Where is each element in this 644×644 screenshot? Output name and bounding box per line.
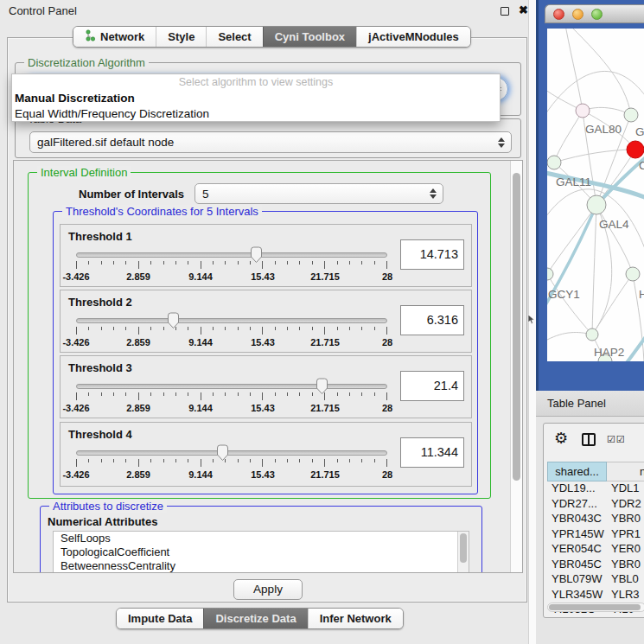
node-red (627, 141, 644, 158)
node-label: GAL4 (599, 218, 629, 231)
table-header-row: shared... na (547, 462, 644, 481)
slider-tick-labels: -3.4262.8599.14415.4321.71528 (76, 337, 387, 349)
node-right (626, 267, 640, 281)
dropdown-item-manual-discretization[interactable]: Manual Discretization (12, 91, 500, 106)
slider-ticks (76, 261, 387, 270)
scrollbar-thumb[interactable] (513, 173, 520, 481)
thresholds-group-title: Threshold's Coordinates for 5 Intervals (62, 205, 262, 218)
scrollbar-thumb[interactable] (549, 604, 641, 610)
slider-ticks (76, 459, 387, 468)
tab-network[interactable]: Network (73, 27, 156, 47)
float-window-icon[interactable] (501, 7, 509, 16)
table-row[interactable]: YDL19...YDL1 (547, 481, 644, 497)
combo-arrows-icon (430, 188, 437, 199)
list-item[interactable]: SelfLoops (54, 532, 469, 545)
threshold-1-box: Threshold 1 -3.4262.8599.14415.4321.7152… (60, 224, 472, 287)
table-panel-header: Table Panel (536, 391, 644, 417)
numerical-attributes-label: Numerical Attributes (48, 515, 157, 528)
list-item[interactable]: BetweennessCentrality (54, 559, 469, 573)
slider-tick-labels: -3.4262.8599.14415.4321.71528 (76, 271, 387, 284)
node-gal80 (576, 104, 590, 118)
table-data-group: Table Data galFiltered.sif default node (15, 118, 521, 158)
column-header-name[interactable]: na (607, 462, 644, 481)
node-gcy1 (547, 268, 553, 280)
close-icon[interactable]: ✖ (519, 3, 528, 16)
slider-ticks (76, 392, 387, 401)
threshold-4-value-field[interactable]: 11.344 (400, 437, 464, 468)
scrollbar-thumb[interactable] (460, 533, 467, 563)
threshold-1-value-field[interactable]: 14.713 (400, 239, 464, 270)
threshold-3-slider[interactable]: -3.4262.8599.14415.4321.71528 (76, 378, 387, 418)
node-label: H (639, 288, 644, 301)
attributes-group: Attributes to discretize Numerical Attri… (40, 506, 482, 573)
threshold-3-value-field[interactable]: 21.4 (400, 371, 464, 401)
threshold-4-slider[interactable]: -3.4262.8599.14415.4321.71528 (76, 444, 387, 484)
slider-tick-labels: -3.4262.8599.14415.4321.71528 (76, 403, 387, 415)
node-label: GCY1 (548, 288, 580, 301)
network-window-titlebar[interactable] (545, 4, 644, 23)
threshold-1-label: Threshold 1 (68, 230, 132, 243)
algorithm-dropdown-popup: Select algorithm to view settings Manual… (11, 73, 501, 122)
column-header-shared-name[interactable]: shared... (547, 462, 607, 481)
thresholds-group: Threshold's Coordinates for 5 Intervals … (53, 211, 478, 494)
interval-definition-group: Interval Definition Number of Intervals … (28, 172, 491, 499)
slider-tick-labels: -3.4262.8599.14415.4321.71528 (76, 469, 387, 481)
node-label: GAL80 (585, 123, 622, 136)
node-gal4 (587, 195, 606, 214)
columns-icon[interactable] (582, 433, 596, 446)
table-row[interactable]: YDR27...YDR2 (547, 497, 644, 513)
numerical-attributes-list[interactable]: SelfLoops TopologicalCoefficient Between… (53, 531, 469, 573)
minimize-traffic-light-icon[interactable] (572, 9, 583, 20)
settings-scroll-panel: Interval Definition Number of Intervals … (13, 160, 523, 573)
table-row[interactable]: YBL079WYBL0 (547, 572, 644, 588)
mouse-cursor (527, 313, 535, 328)
table-row[interactable]: YLR345WYLR3 (547, 588, 644, 603)
table-row[interactable]: YBR045CYBR0 (547, 558, 644, 573)
tab-impute-data[interactable]: Impute Data (117, 609, 203, 628)
table-panel-title: Table Panel (547, 397, 606, 410)
tab-cyni-toolbox[interactable]: Cyni Toolbox (263, 27, 356, 47)
network-canvas[interactable]: GAL80 GA C GAL11 GAL4 GCY1 H HAP2 (547, 29, 644, 361)
threshold-1-slider[interactable]: -3.4262.8599.14415.4321.71528 (76, 246, 387, 286)
table-horizontal-scrollbar[interactable] (547, 603, 644, 612)
table-row[interactable]: YBR043CYBR0 (547, 512, 644, 527)
network-graph: GAL80 GA C GAL11 GAL4 GCY1 H HAP2 (547, 29, 644, 361)
cyni-toolbox-panel: Discretization Algorithm Select algorith… (7, 37, 527, 603)
apply-button[interactable]: Apply (233, 579, 303, 600)
number-of-intervals-combobox[interactable]: 5 (194, 183, 443, 204)
control-panel: Control Panel ✖ Network Style Select Cyn… (0, 0, 536, 644)
tab-style[interactable]: Style (156, 27, 206, 47)
list-item[interactable]: TopologicalCoefficient (54, 545, 469, 559)
close-traffic-light-icon[interactable] (553, 9, 564, 20)
dropdown-item-equal-width[interactable]: Equal Width/Frequency Discretization (12, 106, 500, 122)
attributes-scrollbar[interactable] (457, 532, 469, 573)
settings-vertical-scrollbar[interactable] (510, 161, 522, 572)
node-label: GA (635, 125, 644, 138)
table-panel-area: ⚙ ☑☑ shared... na YDL19...YDL1 YDR27...Y… (536, 417, 644, 644)
gear-icon[interactable]: ⚙ (554, 429, 568, 448)
discretization-algorithm-title: Discretization Algorithm (24, 56, 149, 69)
zoom-traffic-light-icon[interactable] (591, 9, 603, 20)
attributes-group-title: Attributes to discretize (49, 500, 167, 513)
slider-track[interactable] (76, 384, 387, 389)
slider-track[interactable] (76, 318, 387, 323)
table-row[interactable]: YPR145WYPR1 (547, 527, 644, 543)
threshold-2-value-field[interactable]: 6.316 (400, 305, 464, 335)
interval-definition-title: Interval Definition (37, 166, 131, 179)
node-partial-top (624, 108, 638, 122)
select-all-checkboxes-icon[interactable]: ☑☑ (607, 434, 626, 445)
threshold-3-label: Threshold 3 (68, 361, 132, 374)
table-data-value: galFiltered.sif default node (37, 136, 174, 149)
slider-track[interactable] (76, 450, 387, 456)
tab-select[interactable]: Select (206, 27, 262, 47)
slider-track[interactable] (76, 252, 387, 258)
threshold-2-slider[interactable]: -3.4262.8599.14415.4321.71528 (76, 312, 387, 352)
combo-arrows-icon (498, 137, 505, 148)
network-icon (85, 29, 96, 44)
bottom-tab-bar: Impute Data Discretize Data Infer Networ… (116, 608, 404, 629)
tab-jactivemnodules[interactable]: jActiveMNodules (356, 27, 470, 47)
table-data-combobox[interactable]: galFiltered.sif default node (29, 131, 512, 153)
tab-infer-network[interactable]: Infer Network (308, 609, 403, 628)
tab-discretize-data[interactable]: Discretize Data (203, 609, 307, 628)
table-row[interactable]: YER054CYER0 (547, 542, 644, 558)
